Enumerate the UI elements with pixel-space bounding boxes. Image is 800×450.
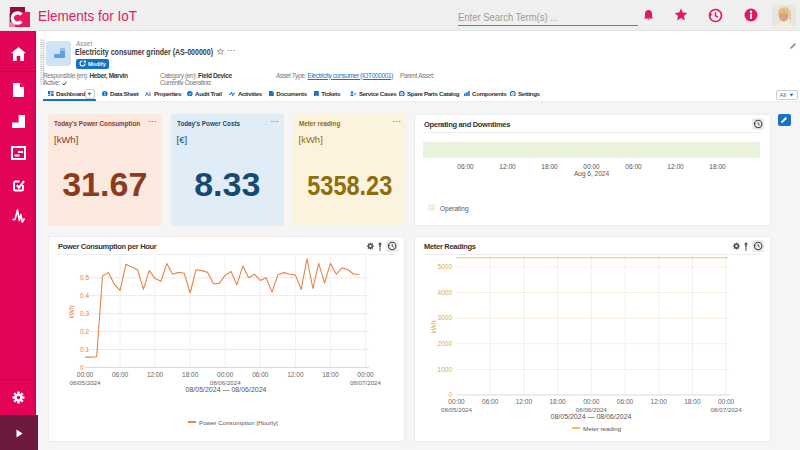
svg-text:08/05/2024 — 08/06/2024: 08/05/2024 — 08/06/2024 [186, 386, 267, 393]
svg-text:0: 0 [448, 391, 452, 398]
svg-text:2000: 2000 [438, 340, 453, 347]
svg-text:08/06/2024: 08/06/2024 [576, 406, 608, 413]
svg-text:0.3: 0.3 [80, 310, 89, 317]
svg-text:18:00: 18:00 [684, 398, 701, 405]
svg-text:kWh: kWh [430, 320, 437, 333]
svg-text:Power Consumption [Hourly]: Power Consumption [Hourly] [199, 419, 278, 426]
svg-text:00:00: 00:00 [77, 371, 94, 378]
svg-text:12:00: 12:00 [516, 398, 533, 405]
svg-text:18:00: 18:00 [182, 371, 199, 378]
svg-text:12:00: 12:00 [667, 163, 684, 170]
svg-text:12:00: 12:00 [287, 371, 304, 378]
svg-text:18:00: 18:00 [549, 398, 566, 405]
svg-text:0.2: 0.2 [80, 328, 89, 335]
svg-text:4000: 4000 [438, 289, 453, 296]
svg-text:08/07/2024: 08/07/2024 [350, 379, 382, 386]
svg-text:06:00: 06:00 [457, 163, 474, 170]
svg-text:Aug 6, 2024: Aug 6, 2024 [574, 170, 609, 178]
svg-text:0.5: 0.5 [80, 274, 89, 281]
svg-text:08/06/2024: 08/06/2024 [210, 379, 242, 386]
svg-text:Meter reading: Meter reading [583, 425, 622, 432]
svg-text:08/05/2024 — 08/06/2024: 08/05/2024 — 08/06/2024 [551, 413, 632, 420]
svg-text:18:00: 18:00 [322, 371, 339, 378]
svg-text:06:00: 06:00 [617, 398, 634, 405]
svg-text:06:00: 06:00 [625, 163, 642, 170]
svg-text:Operating: Operating [440, 205, 469, 213]
svg-text:00:00: 00:00 [448, 398, 465, 405]
svg-text:12:00: 12:00 [651, 398, 668, 405]
svg-text:06:00: 06:00 [112, 371, 129, 378]
svg-text:00:00: 00:00 [718, 398, 735, 405]
svg-text:12:00: 12:00 [147, 371, 164, 378]
svg-text:18:00: 18:00 [709, 163, 726, 170]
svg-text:0: 0 [80, 364, 84, 371]
svg-text:06:00: 06:00 [252, 371, 269, 378]
svg-text:00:00: 00:00 [217, 371, 234, 378]
svg-text:00:00: 00:00 [583, 398, 600, 405]
svg-text:00:00: 00:00 [583, 163, 600, 170]
svg-text:0.1: 0.1 [80, 346, 89, 353]
svg-text:08/05/2024: 08/05/2024 [70, 379, 102, 386]
svg-text:5000: 5000 [438, 263, 453, 270]
svg-text:12:00: 12:00 [499, 163, 516, 170]
svg-text:kWh: kWh [68, 305, 75, 318]
svg-text:3000: 3000 [438, 314, 453, 321]
svg-text:0.4: 0.4 [80, 292, 89, 299]
svg-text:00:00: 00:00 [357, 371, 374, 378]
svg-text:08/07/2024: 08/07/2024 [711, 406, 743, 413]
svg-text:06:00: 06:00 [482, 398, 499, 405]
svg-text:18:00: 18:00 [541, 163, 558, 170]
svg-text:08/05/2024: 08/05/2024 [441, 406, 473, 413]
svg-text:1000: 1000 [438, 366, 453, 373]
